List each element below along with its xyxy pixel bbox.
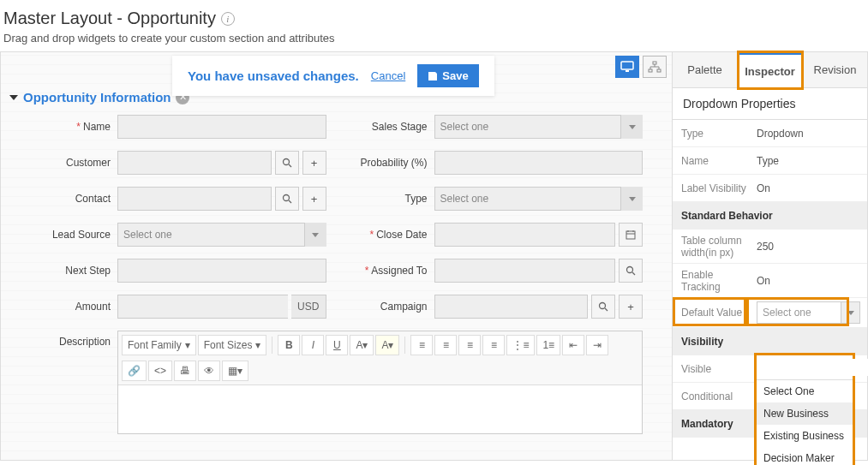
name-input[interactable]: [117, 115, 326, 139]
bullet-list-button[interactable]: ⋮≡: [506, 335, 535, 355]
search-button[interactable]: [591, 295, 615, 319]
field-label: *Name: [30, 121, 117, 133]
field-label: Sales Stage: [347, 121, 434, 133]
field-sales-stage[interactable]: Sales Stage Select one: [347, 115, 644, 139]
prop-row-type: Type Dropdown: [673, 120, 867, 147]
next-step-input[interactable]: [117, 259, 326, 283]
search-button[interactable]: [619, 259, 643, 283]
field-lead-source[interactable]: Lead Source Select one: [30, 223, 326, 247]
search-button[interactable]: [275, 187, 299, 211]
align-right-button[interactable]: ≡: [458, 335, 481, 355]
bold-button[interactable]: B: [278, 335, 300, 355]
assigned-to-input[interactable]: [434, 259, 616, 283]
calendar-button[interactable]: [619, 223, 643, 247]
cancel-link[interactable]: Cancel: [371, 69, 405, 82]
field-type[interactable]: Type Select one: [347, 187, 644, 211]
tab-palette[interactable]: Palette: [673, 52, 737, 88]
customer-input[interactable]: [117, 151, 272, 175]
campaign-input[interactable]: [434, 295, 589, 319]
section-visibility: Visibility: [673, 328, 867, 355]
layout-canvas[interactable]: You have unsaved changes. Cancel Save Op…: [0, 51, 673, 461]
svg-line-16: [605, 308, 608, 311]
field-contact[interactable]: Contact +: [30, 187, 326, 211]
info-icon[interactable]: i: [221, 12, 235, 26]
probability-input[interactable]: [434, 151, 644, 175]
tab-revision[interactable]: Revision: [802, 52, 867, 88]
page-title-text: Master Layout - Opportunity: [3, 9, 216, 28]
hierarchy-icon: [648, 61, 661, 73]
svg-point-15: [600, 303, 606, 309]
dropdown-option[interactable]: Existing Business: [757, 425, 853, 447]
field-campaign[interactable]: Campaign +: [347, 295, 644, 319]
field-assigned-to[interactable]: *Assigned To: [347, 259, 644, 283]
type-select[interactable]: Select one: [434, 187, 644, 211]
field-name[interactable]: *Name: [30, 115, 326, 139]
text-color-button[interactable]: A▾: [350, 335, 374, 355]
tab-inspector[interactable]: Inspector: [737, 52, 802, 88]
field-label: *Assigned To: [347, 265, 434, 277]
field-description[interactable]: Description Font Family ▾ Font Sizes ▾ B…: [30, 331, 643, 434]
add-button[interactable]: +: [302, 151, 326, 175]
field-close-date[interactable]: *Close Date: [347, 223, 644, 247]
field-next-step[interactable]: Next Step: [30, 259, 326, 283]
add-button[interactable]: +: [619, 295, 643, 319]
number-list-button[interactable]: 1≡: [536, 335, 560, 355]
contact-input[interactable]: [117, 187, 272, 211]
rich-text-editor[interactable]: Font Family ▾ Font Sizes ▾ B I U A▾ A▾ ≡…: [117, 331, 643, 434]
close-date-input[interactable]: [434, 223, 616, 247]
prop-row-default-value: Default Value Select one: [673, 298, 867, 328]
print-button[interactable]: 🖶: [174, 361, 196, 381]
desktop-view-button[interactable]: [615, 56, 639, 78]
dropdown-option[interactable]: New Business: [757, 402, 853, 425]
chevron-down-icon: [9, 95, 18, 100]
align-center-button[interactable]: ≡: [434, 335, 457, 355]
add-button[interactable]: +: [302, 187, 326, 211]
sales-stage-select[interactable]: Select one: [434, 115, 644, 139]
field-label: Next Step: [30, 265, 117, 277]
align-justify-button[interactable]: ≡: [482, 335, 505, 355]
field-label: Type: [347, 193, 434, 205]
save-button[interactable]: Save: [417, 64, 478, 87]
lead-source-select[interactable]: Select one: [117, 223, 326, 247]
rte-content[interactable]: [118, 385, 642, 433]
svg-line-6: [289, 164, 291, 167]
font-size-select[interactable]: Font Sizes ▾: [198, 335, 267, 355]
align-left-button[interactable]: ≡: [410, 335, 433, 355]
field-amount[interactable]: Amount USD: [30, 295, 326, 319]
svg-rect-2: [653, 62, 656, 64]
dropdown-search-input[interactable]: [760, 359, 868, 376]
dropdown-option[interactable]: Select One: [757, 380, 853, 402]
code-button[interactable]: <>: [148, 361, 172, 381]
preview-button[interactable]: 👁: [198, 361, 220, 381]
search-button[interactable]: [275, 151, 299, 175]
currency-suffix: USD: [291, 295, 326, 319]
hierarchy-view-button[interactable]: [643, 56, 667, 78]
italic-button[interactable]: I: [302, 335, 324, 355]
field-probability[interactable]: Probability (%): [347, 151, 644, 175]
link-button[interactable]: 🔗: [122, 361, 147, 381]
svg-line-8: [289, 200, 291, 203]
field-label: Contact: [30, 193, 117, 205]
field-label: Description: [30, 331, 117, 434]
underline-button[interactable]: U: [326, 335, 348, 355]
table-button[interactable]: ▦▾: [222, 361, 248, 381]
dropdown-option[interactable]: Decision Maker: [757, 447, 853, 465]
field-customer[interactable]: Customer +: [30, 151, 326, 175]
side-tabs: Palette Inspector Revision: [673, 52, 867, 88]
field-label: Campaign: [347, 301, 434, 313]
default-value-select[interactable]: Select one: [757, 301, 860, 324]
field-label: Customer: [30, 157, 117, 169]
outdent-button[interactable]: ⇤: [562, 335, 584, 355]
svg-rect-9: [626, 231, 635, 239]
amount-input[interactable]: [117, 295, 288, 319]
svg-line-14: [632, 272, 635, 275]
workspace: You have unsaved changes. Cancel Save Op…: [0, 51, 868, 461]
svg-point-5: [283, 159, 289, 165]
indent-button[interactable]: ⇥: [586, 335, 608, 355]
field-label: Probability (%): [347, 157, 434, 169]
search-icon: [626, 265, 636, 276]
bg-color-button[interactable]: A▾: [375, 335, 399, 355]
page-header: Master Layout - Opportunity i Drag and d…: [0, 0, 868, 51]
dropdown-search: [757, 355, 853, 380]
font-family-select[interactable]: Font Family ▾: [122, 335, 196, 355]
